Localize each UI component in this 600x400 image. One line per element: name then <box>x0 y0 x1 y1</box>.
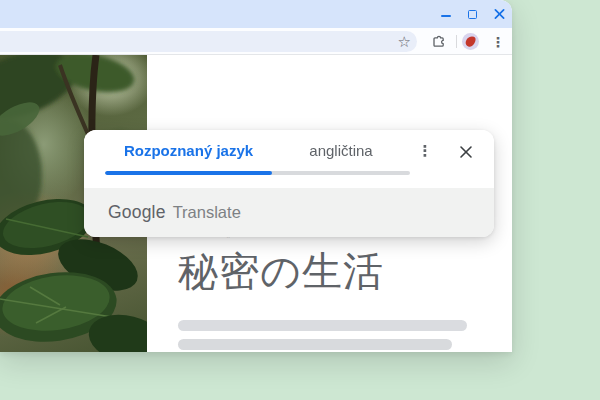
google-logo-text: Google <box>108 202 166 223</box>
bookmark-star-icon[interactable]: ☆ <box>398 32 411 51</box>
tab-target-language[interactable]: angličtina <box>272 130 410 171</box>
address-bar[interactable]: ☆ <box>0 31 417 52</box>
browser-toolbar: ☆ ⋮ <box>0 28 512 55</box>
maximize-icon <box>468 10 477 19</box>
browser-titlebar <box>0 0 512 28</box>
translate-options-button[interactable]: ⋮ <box>414 138 436 164</box>
tab-detected-language[interactable]: Rozpoznaný jazyk <box>105 130 272 171</box>
toolbar-divider <box>456 35 457 48</box>
minimize-icon <box>441 15 451 17</box>
skeleton-text-bar <box>178 339 452 350</box>
tab-underline-track <box>105 171 410 175</box>
skeleton-text-bar <box>178 320 467 331</box>
extensions-button[interactable] <box>430 28 446 55</box>
maximize-button[interactable] <box>467 9 478 20</box>
translate-tabs-area: Rozpoznaný jazyk angličtina ⋮ <box>84 130 494 188</box>
translate-close-button[interactable] <box>455 141 477 163</box>
google-translate-popup: Rozpoznaný jazyk angličtina ⋮ Google Tra… <box>84 130 494 237</box>
translate-footer: Google Translate <box>84 188 494 237</box>
avatar-image <box>465 35 477 48</box>
minimize-button[interactable] <box>440 9 451 20</box>
profile-avatar[interactable] <box>462 33 479 50</box>
translate-product-text: Translate <box>173 203 241 222</box>
close-window-button[interactable] <box>494 9 505 20</box>
screenshot-stage: ☆ ⋮ <box>0 0 600 400</box>
close-icon <box>459 145 473 159</box>
extensions-puzzle-icon <box>431 34 446 49</box>
tab-underline-active <box>105 171 272 175</box>
close-icon <box>494 8 505 20</box>
heading-line-2: 秘密の生活 <box>178 245 384 298</box>
browser-menu-button[interactable]: ⋮ <box>490 28 506 55</box>
